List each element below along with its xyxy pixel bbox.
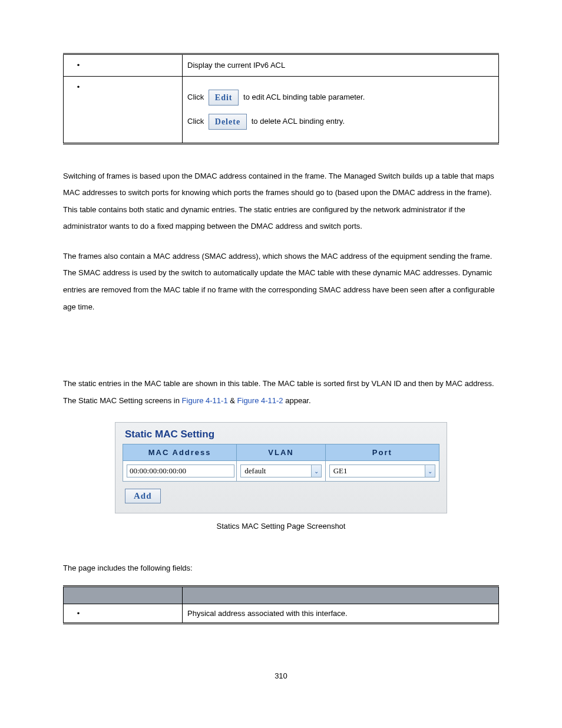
chevron-down-icon: ⌄ xyxy=(311,465,321,477)
add-button[interactable]: Add xyxy=(125,489,161,503)
panel-title: Static MAC Setting xyxy=(125,429,439,440)
figure-link-1[interactable]: Figure 4-11-1 xyxy=(182,396,228,405)
delete-button[interactable]: Delete xyxy=(209,114,247,130)
fields-header-left xyxy=(64,587,183,604)
static-mac-setting-panel: Static MAC Setting MAC Address VLAN Port… xyxy=(115,422,447,513)
click-label: Click xyxy=(187,116,204,125)
vlan-select[interactable]: default ⌄ xyxy=(240,465,321,477)
para3-text-b: appear. xyxy=(283,396,311,405)
after-delete-text: to delete ACL binding entry. xyxy=(252,116,345,125)
desc-row1-right: Display the current IPv6 ACL xyxy=(183,54,499,77)
after-edit-text: to edit ACL binding table parameter. xyxy=(243,92,365,101)
desc-row1-left: • xyxy=(64,54,183,77)
col-vlan-header: VLAN xyxy=(237,444,325,461)
bullet-icon: • xyxy=(74,609,82,618)
paragraph-1: Switching of frames is based upon the DM… xyxy=(63,168,499,235)
fields-header-right xyxy=(183,587,499,604)
desc-row2-right: Click Edit to edit ACL binding table par… xyxy=(183,76,499,143)
paragraph-3: The static entries in the MAC table are … xyxy=(63,375,499,409)
port-select-value: GE1 xyxy=(330,466,425,476)
desc-row2-left: • xyxy=(64,76,183,143)
amp-text: & xyxy=(228,396,237,405)
acl-description-table: • Display the current IPv6 ACL • Click E… xyxy=(63,53,499,144)
figure-caption: Statics MAC Setting Page Screenshot xyxy=(63,522,499,531)
vlan-cell: default ⌄ xyxy=(237,461,325,482)
col-port-header: Port xyxy=(325,444,439,461)
fields-row1-right: Physical address associated with this in… xyxy=(183,604,499,624)
page-number: 310 xyxy=(63,671,499,680)
col-mac-header: MAC Address xyxy=(123,444,237,461)
edit-button[interactable]: Edit xyxy=(209,90,239,106)
port-select[interactable]: GE1 ⌄ xyxy=(329,465,435,477)
chevron-down-icon: ⌄ xyxy=(425,465,435,477)
paragraph-2: The frames also contain a MAC address (S… xyxy=(63,248,499,315)
fields-row1-left: • xyxy=(64,604,183,624)
vlan-select-value: default xyxy=(241,466,310,476)
fields-table: • Physical address associated with this … xyxy=(63,585,499,624)
bullet-icon: • xyxy=(74,60,82,71)
figure-link-2[interactable]: Figure 4-11-2 xyxy=(237,396,283,405)
fields-intro: The page includes the following fields: xyxy=(63,560,499,577)
click-label: Click xyxy=(187,92,204,101)
static-mac-table: MAC Address VLAN Port default ⌄ GE1 xyxy=(123,444,439,482)
bullet-icon: • xyxy=(74,81,82,93)
mac-cell xyxy=(123,461,237,482)
port-cell: GE1 ⌄ xyxy=(325,461,439,482)
mac-address-input[interactable] xyxy=(127,465,234,477)
